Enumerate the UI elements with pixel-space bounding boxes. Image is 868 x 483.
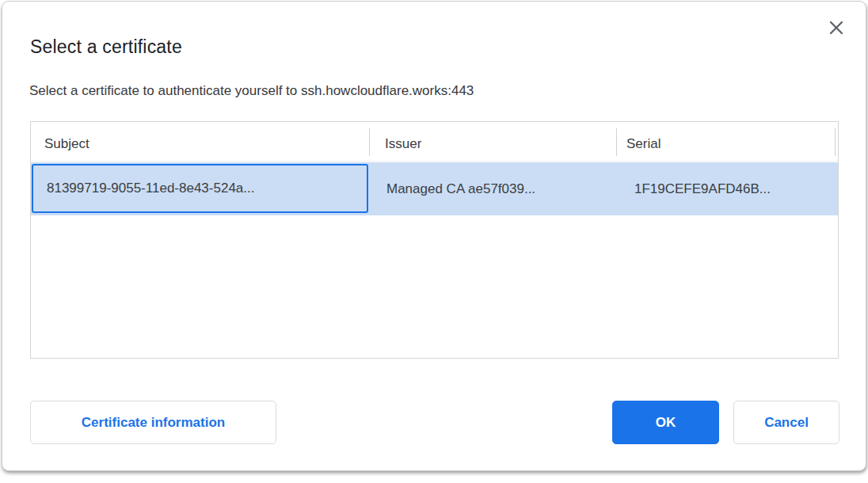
certificate-select-dialog: Select a certificate Select a certificat… [2,1,866,471]
column-header-serial: Serial [626,122,661,162]
dialog-title: Select a certificate [30,36,182,58]
cell-subject: 81399719-9055-11ed-8e43-524a... [32,164,368,213]
column-separator [369,128,370,156]
table-row-certificate[interactable]: 81399719-9055-11ed-8e43-524a... Managed … [31,162,838,215]
ok-button[interactable]: OK [612,401,719,444]
cancel-button[interactable]: Cancel [733,401,839,444]
close-icon [828,19,845,36]
column-separator [616,128,617,156]
certificate-table: Subject Issuer Serial 81399719-9055-11ed… [30,121,839,359]
close-button[interactable] [824,16,848,40]
certificate-information-button[interactable]: Certificate information [30,401,276,444]
table-header-row: Subject Issuer Serial [31,122,838,162]
column-separator [835,128,836,156]
dialog-subtitle: Select a certificate to authenticate you… [29,83,474,99]
cell-issuer: Managed CA ae57f039... [386,162,535,215]
column-header-issuer: Issuer [385,122,421,162]
column-header-subject: Subject [44,122,89,162]
cell-serial: 1F19CEFE9AFD46B... [634,162,771,215]
